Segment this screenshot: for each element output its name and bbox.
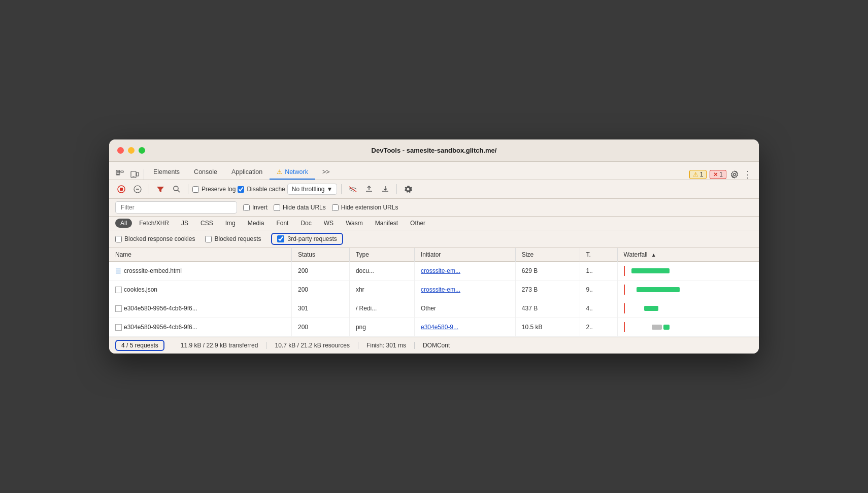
col-name[interactable]: Name: [109, 248, 292, 262]
titlebar: DevTools - samesite-sandbox.glitch.me/: [109, 139, 759, 162]
settings-icon[interactable]: [729, 169, 740, 180]
tab-elements[interactable]: Elements: [146, 165, 187, 180]
svg-rect-1: [117, 172, 120, 173]
hide-data-urls-checkbox[interactable]: [274, 204, 280, 211]
third-party-requests-checkbox[interactable]: [277, 235, 284, 242]
status-cell: 200: [292, 262, 350, 280]
tab-network[interactable]: ⚠ Network: [270, 165, 315, 180]
inspect-icon[interactable]: [115, 169, 125, 180]
invert-label[interactable]: Invert: [243, 204, 268, 211]
svg-point-12: [174, 186, 178, 191]
svg-rect-9: [120, 188, 123, 191]
col-size[interactable]: Size: [515, 248, 580, 262]
size-cell: 629 B: [515, 262, 580, 280]
device-icon[interactable]: [129, 169, 140, 180]
tab-application[interactable]: Application: [224, 165, 270, 180]
waterfall-redline: [624, 285, 625, 295]
col-initiator[interactable]: Initiator: [414, 248, 515, 262]
network-table: Name Status Type Initiator Size T. Water…: [109, 248, 759, 337]
dom-content: DOMCont: [415, 342, 458, 349]
network-table-wrapper: Name Status Type Initiator Size T. Water…: [109, 248, 759, 337]
col-type[interactable]: Type: [349, 248, 414, 262]
type-btn-css[interactable]: CSS: [195, 219, 218, 228]
time-cell: 9..: [580, 280, 617, 299]
window-title: DevTools - samesite-sandbox.glitch.me/: [372, 147, 497, 154]
tab-more[interactable]: >>: [315, 165, 337, 180]
preserve-log-label[interactable]: Preserve log: [192, 186, 236, 193]
table-header: Name Status Type Initiator Size T. Water…: [109, 248, 759, 262]
filter-bar: Invert Hide data URLs Hide extension URL…: [109, 199, 759, 217]
close-button[interactable]: [117, 147, 124, 154]
hide-data-urls-label[interactable]: Hide data URLs: [274, 204, 326, 211]
clear-button[interactable]: [130, 182, 145, 196]
initiator-cell: crosssite-em...: [414, 262, 515, 280]
col-time[interactable]: T.: [580, 248, 617, 262]
invert-checkbox[interactable]: [243, 204, 250, 211]
wifi-icon-btn[interactable]: [346, 182, 360, 196]
preserve-log-checkbox[interactable]: [192, 186, 199, 193]
disable-cache-checkbox[interactable]: [238, 186, 244, 193]
type-btn-fetch-xhr[interactable]: Fetch/XHR: [134, 219, 174, 228]
waterfall-cell: [617, 318, 759, 337]
waterfall-bar-4b: [663, 325, 670, 330]
type-btn-ws[interactable]: WS: [319, 219, 339, 228]
upload-icon-btn[interactable]: [362, 182, 376, 196]
type-btn-manifest[interactable]: Manifest: [370, 219, 403, 228]
table-row[interactable]: cookies.json 200 xhr crosssite-em... 273…: [109, 280, 759, 299]
more-icon[interactable]: ⋮: [743, 169, 753, 180]
table-row[interactable]: e304e580-9956-4cb6-9f6... 200 png e304e5…: [109, 318, 759, 337]
col-status[interactable]: Status: [292, 248, 350, 262]
size-cell: 437 B: [515, 299, 580, 318]
action-toolbar: Preserve log Disable cache No throttling…: [109, 180, 759, 199]
type-btn-doc[interactable]: Doc: [295, 219, 316, 228]
third-party-requests-label[interactable]: 3rd-party requests: [271, 233, 343, 245]
search-icon-btn[interactable]: [170, 182, 184, 196]
filter-input[interactable]: [115, 201, 237, 214]
warning-icon: ⚠: [693, 171, 698, 178]
time-cell: 1..: [580, 262, 617, 280]
svg-rect-6: [137, 172, 139, 176]
name-cell: e304e580-9956-4cb6-9f6...: [109, 299, 292, 318]
type-btn-all[interactable]: All: [115, 219, 132, 228]
filter-icon-btn[interactable]: [153, 182, 168, 196]
blocked-response-cookies-label[interactable]: Blocked response cookies: [115, 235, 195, 242]
type-cell: xhr: [349, 280, 414, 299]
svg-rect-2: [117, 174, 119, 175]
download-icon-btn[interactable]: [378, 182, 392, 196]
hide-ext-urls-label[interactable]: Hide extension URLs: [332, 204, 398, 211]
type-cell: png: [349, 318, 414, 337]
type-btn-img[interactable]: Img: [220, 219, 241, 228]
throttle-select[interactable]: No throttling ▼: [287, 184, 338, 195]
table-row[interactable]: e304e580-9956-4cb6-9f6... 301 / Redi... …: [109, 299, 759, 318]
size-cell: 273 B: [515, 280, 580, 299]
status-cell: 200: [292, 318, 350, 337]
status-cell: 200: [292, 280, 350, 299]
hide-ext-urls-checkbox[interactable]: [332, 204, 339, 211]
type-btn-media[interactable]: Media: [243, 219, 270, 228]
type-btn-js[interactable]: JS: [176, 219, 193, 228]
maximize-button[interactable]: [139, 147, 145, 154]
stop-button[interactable]: [114, 182, 128, 196]
resources-size: 10.7 kB / 21.2 kB resources: [266, 342, 358, 349]
minimize-button[interactable]: [128, 147, 135, 154]
type-cell: docu...: [349, 262, 414, 280]
type-btn-font[interactable]: Font: [271, 219, 293, 228]
disable-cache-label[interactable]: Disable cache: [238, 186, 285, 193]
blocked-requests-checkbox[interactable]: [205, 236, 212, 242]
gear-icon-btn[interactable]: [401, 182, 415, 196]
col-waterfall[interactable]: Waterfall ▲: [617, 248, 759, 262]
blocked-response-cookies-checkbox[interactable]: [115, 236, 122, 242]
waterfall-cell: [617, 280, 759, 299]
tab-console[interactable]: Console: [187, 165, 224, 180]
type-btn-wasm[interactable]: Wasm: [341, 219, 368, 228]
table-body: ☰ crosssite-embed.html 200 docu... cross…: [109, 262, 759, 337]
cookie-filter-bar: Blocked response cookies Blocked request…: [109, 230, 759, 248]
error-badge[interactable]: ✕ 1: [710, 170, 726, 179]
blocked-requests-label[interactable]: Blocked requests: [205, 235, 261, 242]
finish-time: Finish: 301 ms: [358, 342, 415, 349]
type-btn-other[interactable]: Other: [405, 219, 430, 228]
waterfall-cell: [617, 262, 759, 280]
separator-3: [341, 184, 342, 194]
warning-badge[interactable]: ⚠ 1: [689, 170, 707, 179]
table-row[interactable]: ☰ crosssite-embed.html 200 docu... cross…: [109, 262, 759, 280]
